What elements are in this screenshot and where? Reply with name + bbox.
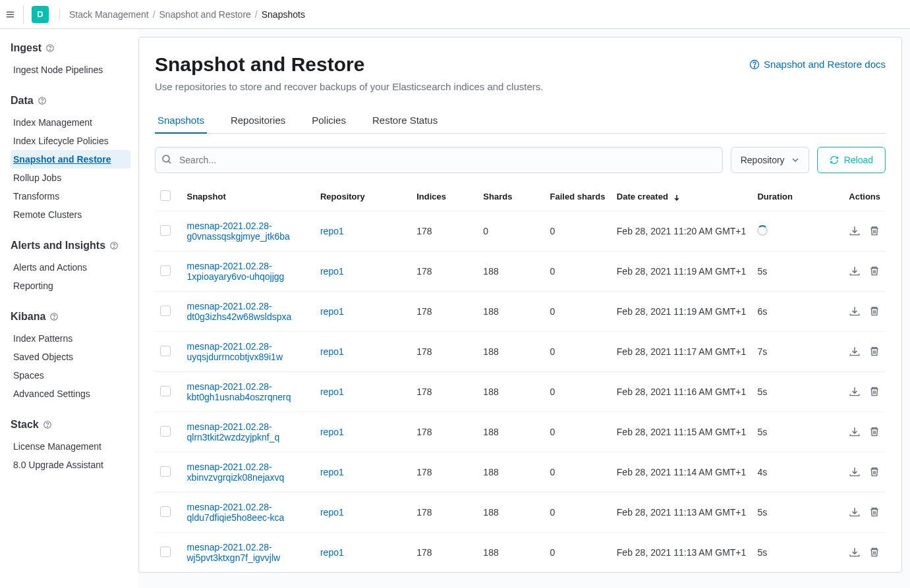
column-duration[interactable]: Duration (752, 185, 826, 211)
snapshot-link[interactable]: mesnap-2021.02.28-xbinvzvgrqizk08nejaxvq (186, 462, 284, 483)
repository-link[interactable]: repo1 (320, 467, 344, 477)
reload-button[interactable]: Reload (817, 147, 886, 173)
delete-icon[interactable] (868, 466, 880, 478)
cell-failed-shards: 0 (545, 292, 611, 332)
snapshot-link[interactable]: mesnap-2021.02.28-qlrn3tkit2wzdzyjpknf_q (186, 421, 279, 442)
repository-filter[interactable]: Repository (731, 147, 809, 173)
repository-link[interactable]: repo1 (320, 266, 344, 277)
chevron-down-icon (791, 156, 799, 164)
search-input[interactable] (155, 147, 723, 173)
breadcrumb-item[interactable]: Snapshot and Restore (159, 9, 251, 20)
cell-indices: 178 (411, 211, 478, 252)
sidebar-item[interactable]: Snapshot and Restore (11, 150, 130, 169)
restore-icon[interactable] (849, 346, 861, 358)
sidebar-item[interactable]: Ingest Node Pipelines (11, 61, 130, 79)
sidebar-item[interactable]: Spaces (11, 366, 130, 385)
snapshot-link[interactable]: mesnap-2021.02.28-1xpioayary6vo-uhqojjgg (186, 261, 284, 282)
row-checkbox[interactable] (160, 225, 171, 236)
cell-duration: 4s (752, 452, 826, 493)
repository-link[interactable]: repo1 (320, 547, 344, 558)
cell-indices: 178 (411, 372, 478, 412)
restore-icon[interactable] (849, 547, 861, 558)
snapshot-link[interactable]: mesnap-2021.02.28-wj5pvt3ktxgn7f_igvvjlw (186, 542, 280, 563)
sort-desc-icon (673, 194, 681, 201)
cell-indices: 178 (411, 252, 478, 292)
tab[interactable]: Repositories (228, 108, 288, 134)
restore-icon[interactable] (849, 265, 861, 277)
column-date-created[interactable]: Date created (611, 185, 753, 211)
menu-toggle[interactable] (5, 5, 24, 24)
sidebar-section-title: Kibana (11, 311, 130, 323)
delete-icon[interactable] (868, 306, 880, 317)
row-checkbox[interactable] (160, 547, 171, 557)
restore-icon[interactable] (849, 386, 861, 398)
row-checkbox[interactable] (160, 306, 171, 316)
sidebar-item[interactable]: Remote Clusters (11, 205, 130, 224)
breadcrumb-separator: / (153, 9, 156, 20)
row-checkbox[interactable] (160, 466, 171, 477)
svg-point-6 (42, 102, 42, 103)
cell-indices: 178 (411, 412, 478, 452)
delete-icon[interactable] (868, 386, 880, 398)
repository-link[interactable]: repo1 (320, 226, 344, 236)
page-title: Snapshot and Restore (155, 53, 364, 76)
repository-link[interactable]: repo1 (320, 387, 344, 397)
repository-link[interactable]: repo1 (320, 346, 344, 357)
svg-point-12 (47, 426, 47, 427)
sidebar-item[interactable]: Index Management (11, 113, 130, 132)
column-shards[interactable]: Shards (478, 185, 544, 211)
repository-link[interactable]: repo1 (320, 306, 344, 317)
row-checkbox[interactable] (160, 506, 171, 517)
row-checkbox[interactable] (160, 386, 171, 396)
sidebar-item[interactable]: Transforms (11, 187, 130, 205)
table-row: mesnap-2021.02.28-qldu7dfiqie5ho8eec-kca… (155, 493, 886, 533)
sidebar-item[interactable]: Advanced Settings (11, 385, 130, 403)
delete-icon[interactable] (868, 225, 880, 237)
restore-icon[interactable] (849, 225, 861, 237)
sidebar-section-title: Stack (11, 419, 130, 431)
sidebar-item[interactable]: Index Lifecycle Policies (11, 132, 130, 150)
cell-failed-shards: 0 (545, 493, 611, 533)
sidebar-item[interactable]: Saved Objects (11, 348, 130, 366)
snapshot-link[interactable]: mesnap-2021.02.28-qldu7dfiqie5ho8eec-kca (186, 502, 284, 523)
row-checkbox[interactable] (160, 265, 171, 276)
snapshot-link[interactable]: mesnap-2021.02.28-g0vnassqskgjmye_jtk6ba (186, 221, 289, 242)
column-snapshot[interactable]: Snapshot (181, 185, 314, 211)
column-repository[interactable]: Repository (315, 185, 411, 211)
restore-icon[interactable] (849, 506, 861, 518)
snapshot-link[interactable]: mesnap-2021.02.28-dt0g3izhs42w68wsldspxa (186, 301, 291, 322)
select-all-checkbox[interactable] (160, 190, 171, 201)
table-row: mesnap-2021.02.28-kbt0gh1usnab4oszrqnerq… (155, 372, 886, 412)
delete-icon[interactable] (868, 506, 880, 518)
sidebar-item[interactable]: 8.0 Upgrade Assistant (11, 456, 130, 474)
repository-link[interactable]: repo1 (320, 507, 344, 518)
column-failed-shards[interactable]: Failed shards (545, 185, 611, 211)
delete-icon[interactable] (868, 547, 880, 558)
delete-icon[interactable] (868, 426, 880, 438)
delete-icon[interactable] (868, 346, 880, 358)
restore-icon[interactable] (849, 426, 861, 438)
sidebar-item[interactable]: Alerts and Actions (11, 258, 130, 277)
tab[interactable]: Snapshots (155, 108, 207, 134)
column-indices[interactable]: Indices (411, 185, 478, 211)
snapshot-link[interactable]: mesnap-2021.02.28-uyqsjdurrncobtjvx89i1w (186, 341, 283, 362)
cell-date: Feb 28, 2021 11:16 AM GMT+1 (611, 372, 753, 412)
sidebar-item[interactable]: Index Patterns (11, 329, 130, 348)
repository-link[interactable]: repo1 (320, 427, 344, 437)
tab[interactable]: Policies (309, 108, 349, 134)
row-checkbox[interactable] (160, 346, 171, 356)
restore-icon[interactable] (849, 306, 861, 317)
space-badge[interactable]: D (32, 6, 49, 23)
cell-duration: 7s (752, 332, 826, 372)
restore-icon[interactable] (849, 466, 861, 478)
row-checkbox[interactable] (160, 426, 171, 437)
snapshot-link[interactable]: mesnap-2021.02.28-kbt0gh1usnab4oszrqnerq (186, 381, 291, 402)
tab[interactable]: Restore Status (370, 108, 440, 134)
reload-label: Reload (844, 155, 873, 165)
sidebar-item[interactable]: Reporting (11, 277, 130, 295)
sidebar-item[interactable]: License Management (11, 437, 130, 456)
docs-link[interactable]: Snapshot and Restore docs (749, 53, 886, 70)
breadcrumb-item[interactable]: Stack Management (69, 9, 149, 20)
delete-icon[interactable] (868, 265, 880, 277)
sidebar-item[interactable]: Rollup Jobs (11, 169, 130, 187)
